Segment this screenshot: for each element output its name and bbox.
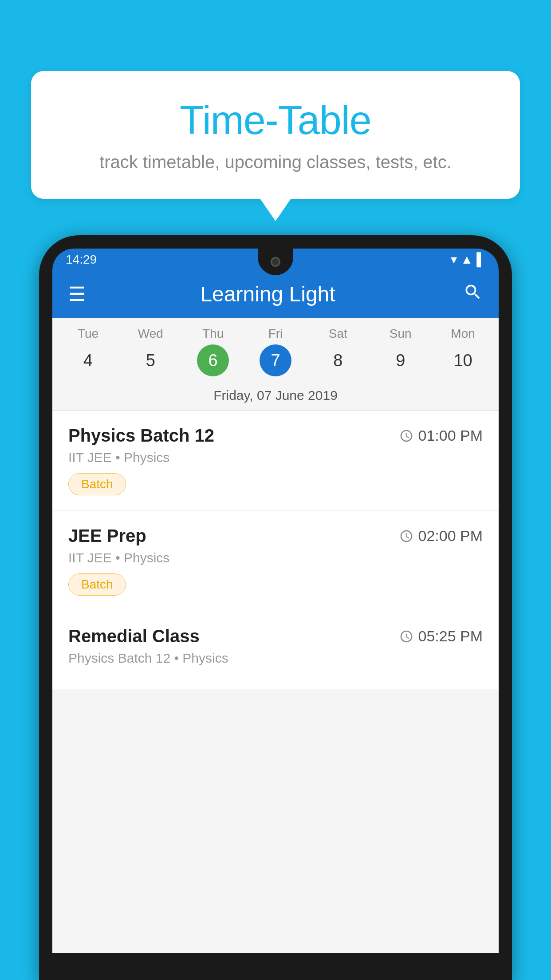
week-day-item[interactable]: Thu6 [182,327,244,376]
schedule-time: 01:00 PM [399,427,483,444]
phone-camera [271,257,280,267]
clock-icon [399,629,413,644]
schedule-subtitle: Physics Batch 12 • Physics [68,651,483,666]
schedule-item[interactable]: Remedial Class05:25 PMPhysics Batch 12 •… [52,611,499,689]
day-number: 9 [385,344,417,376]
app-title: Learning Light [86,282,450,306]
schedule-item[interactable]: JEE Prep02:00 PMIIT JEE • PhysicsBatch [52,511,499,611]
week-day-item[interactable]: Mon10 [432,327,494,376]
day-name: Sun [390,327,412,341]
schedule-item-header: JEE Prep02:00 PM [68,526,483,546]
phone-screen: ☰ Learning Light Tue4Wed5Thu6Fri7Sat8Sun… [52,270,499,953]
day-number: 8 [322,344,354,376]
schedule-title: Physics Batch 12 [68,426,214,446]
day-number: 7 [260,344,291,376]
day-number: 4 [72,344,104,376]
app-toolbar: ☰ Learning Light [52,270,499,318]
bubble-subtitle: track timetable, upcoming classes, tests… [58,152,493,172]
wifi-icon: ▾ [451,252,457,267]
week-header: Tue4Wed5Thu6Fri7Sat8Sun9Mon10 [52,318,499,381]
day-name: Thu [202,327,224,341]
day-name: Fri [268,327,283,341]
week-day-item[interactable]: Wed5 [119,327,182,376]
day-name: Sat [329,327,347,341]
week-day-item[interactable]: Sat8 [307,327,369,376]
status-bar: 14:29 ▾ ▲ ▌ [52,249,499,270]
day-number: 5 [134,344,166,376]
signal-icon: ▲ [460,253,473,267]
batch-badge: Batch [68,473,126,495]
phone-mockup: 14:29 ▾ ▲ ▌ ☰ Learning Light Tue4Wed5Thu… [39,235,512,980]
bubble-title: Time-Table [58,98,493,143]
clock-icon [399,429,413,443]
batch-badge: Batch [68,573,126,596]
week-day-item[interactable]: Sun9 [369,327,432,376]
week-day-item[interactable]: Tue4 [57,327,119,376]
speech-bubble: Time-Table track timetable, upcoming cla… [31,71,520,199]
day-number: 6 [197,344,229,376]
status-icons: ▾ ▲ ▌ [451,252,485,267]
day-name: Wed [138,327,163,341]
search-icon[interactable] [463,282,483,306]
week-day-item[interactable]: Fri7 [244,327,307,376]
schedule-time: 05:25 PM [399,628,483,645]
speech-bubble-container: Time-Table track timetable, upcoming cla… [31,71,520,199]
day-name: Mon [451,327,475,341]
schedule-item-header: Remedial Class05:25 PM [68,626,483,646]
time-text: 01:00 PM [418,427,483,444]
schedule-item[interactable]: Physics Batch 1201:00 PMIIT JEE • Physic… [52,411,499,511]
schedule-subtitle: IIT JEE • Physics [68,450,483,465]
date-label: Friday, 07 June 2019 [52,381,499,411]
day-name: Tue [78,327,98,341]
schedule-subtitle: IIT JEE • Physics [68,550,483,565]
schedule-item-header: Physics Batch 1201:00 PM [68,426,483,446]
schedule-time: 02:00 PM [399,527,483,545]
schedule-title: Remedial Class [68,626,200,646]
menu-icon[interactable]: ☰ [68,285,86,304]
time-text: 02:00 PM [418,527,483,545]
clock-icon [399,529,413,543]
time-text: 05:25 PM [418,628,483,645]
battery-icon: ▌ [476,253,485,267]
status-time: 14:29 [66,253,97,267]
schedule-list: Physics Batch 1201:00 PMIIT JEE • Physic… [52,411,499,689]
schedule-title: JEE Prep [68,526,146,546]
day-number: 10 [447,344,479,376]
